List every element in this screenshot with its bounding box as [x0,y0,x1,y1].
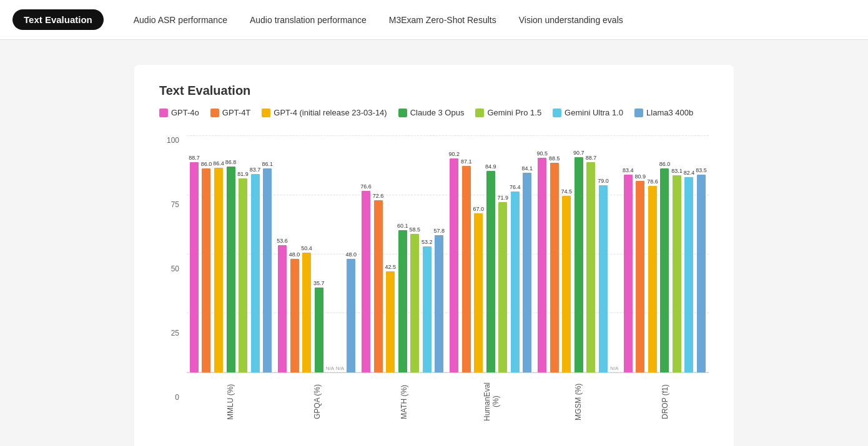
bar[interactable] [684,177,693,372]
bar[interactable] [660,168,669,372]
bar-value-label: 53.2 [422,240,433,246]
bar[interactable] [398,230,407,372]
bar[interactable] [636,181,644,372]
bar-value-label: 82.4 [684,170,695,177]
bar-value-label: 48.0 [345,252,357,258]
nav-item-m3exam[interactable]: M3Exam Zero-Shot Results [378,0,508,40]
bar-value-label: 53.6 [277,238,288,245]
bar[interactable] [599,185,608,372]
bar[interactable] [278,245,287,372]
nav-item-audio-translation[interactable]: Audio translation performance [239,0,378,40]
bar-value-label: 87.1 [461,159,472,165]
legend-item: GPT-4o [159,108,199,117]
bar-value-label: 90.2 [448,152,460,158]
nav-item-vision[interactable]: Vision understanding evals [508,0,634,40]
bar[interactable] [239,178,247,372]
bar-value-label: 71.9 [498,195,509,201]
bar[interactable] [251,174,260,372]
bar-value-label: 86.8 [225,160,237,166]
grid-line [187,135,709,136]
bar-wrapper: 86.8 [225,160,237,372]
x-axis-label: DROP (f1) [634,377,696,427]
bar-wrapper: 58.5 [409,227,420,372]
bar-wrapper: 71.9 [498,195,509,372]
bar[interactable] [190,162,199,372]
bar-wrapper: 84.9 [485,164,496,372]
bar-wrapper: 35.7 [313,281,325,372]
bar-wrapper: 86.1 [262,162,273,372]
nav-item-asr[interactable]: Audio ASR performance [122,0,239,40]
legend-color-0 [159,109,168,117]
bar-value-label: 76.4 [510,185,521,191]
bar[interactable] [435,235,443,372]
legend-label-6: Llama3 400b [646,108,693,117]
chart-area: 1007550250 88.786.086.486.881.983.786.15… [159,136,709,427]
bar-wrapper: 67.0 [473,206,484,372]
bar[interactable] [450,158,458,372]
chart-inner: 88.786.086.486.881.983.786.153.648.050.4… [187,136,709,427]
bar-wrapper: 88.7 [586,155,597,372]
bar-wrapper: 50.4 [301,246,312,372]
bar[interactable] [486,171,495,372]
bar[interactable] [697,175,706,372]
bar[interactable] [511,191,520,372]
bar[interactable] [673,175,681,372]
bar-wrapper: 48.0 [345,252,357,372]
bar-value-label: 86.1 [262,162,273,168]
bar-value-label: 86.0 [201,162,212,168]
bar[interactable] [214,168,223,372]
bar[interactable] [538,158,546,372]
y-axis-label: 25 [171,329,179,337]
bar[interactable] [302,253,311,372]
bar-value-label: 60.1 [397,223,408,230]
bar[interactable] [498,202,507,372]
bar[interactable] [624,175,633,372]
bar-value-label: 83.7 [250,167,261,173]
legend-label-4: Gemini Pro 1.5 [487,108,541,117]
bar-wrapper: 80.9 [635,174,646,372]
bar-group: 90.287.167.084.971.976.484.1 [448,152,533,372]
bar[interactable] [347,259,355,372]
bar-wrapper: 48.0 [289,252,300,372]
bar[interactable] [410,234,419,372]
bar-value-label: 58.5 [409,227,420,233]
legend-color-4 [475,109,484,117]
nav-brand[interactable]: Text Evaluation [12,9,104,30]
bar-wrapper: 86.4 [213,161,224,372]
bar[interactable] [462,166,471,372]
x-axis-label: MMLU (%) [199,377,262,427]
bar[interactable] [648,186,657,372]
bar[interactable] [474,213,483,372]
bar[interactable] [202,168,210,372]
bar[interactable] [423,246,432,372]
chart-container: Text Evaluation GPT-4o GPT-4T GPT-4 (ini… [134,65,734,446]
bar[interactable] [523,173,531,372]
bar[interactable] [386,271,395,372]
bar-wrapper: 76.4 [510,185,521,372]
bar[interactable] [550,163,559,372]
bar-wrapper: 88.5 [549,156,560,372]
bar[interactable] [586,162,595,372]
bar-wrapper: N/A [325,366,334,372]
bar[interactable] [374,200,383,372]
x-labels: MMLU (%)GPQA (%)MATH (%)HumanEval (%)MGS… [187,377,709,427]
bar[interactable] [562,196,571,372]
bar[interactable] [290,259,299,372]
bar-value-label: 79.0 [598,178,609,185]
bar-value-label: 81.9 [237,172,249,178]
bar-value-label: 50.4 [301,246,312,252]
chart-title: Text Evaluation [159,84,709,98]
bar-value-label: 88.7 [586,155,597,162]
bar-value-label: 83.4 [623,168,634,174]
bar-wrapper: 86.0 [201,162,212,372]
bar[interactable] [362,191,370,372]
bar-group: 53.648.050.435.7N/AN/A48.0 [277,238,357,372]
bar[interactable] [575,157,583,372]
bar[interactable] [263,168,272,372]
bar-wrapper: 42.5 [385,264,396,372]
bar[interactable] [315,288,323,372]
bar[interactable] [227,167,235,372]
bar-group: 88.786.086.486.881.983.786.1 [189,155,273,372]
bar-value-label: 80.9 [635,174,646,180]
bar-wrapper: 53.6 [277,238,288,372]
